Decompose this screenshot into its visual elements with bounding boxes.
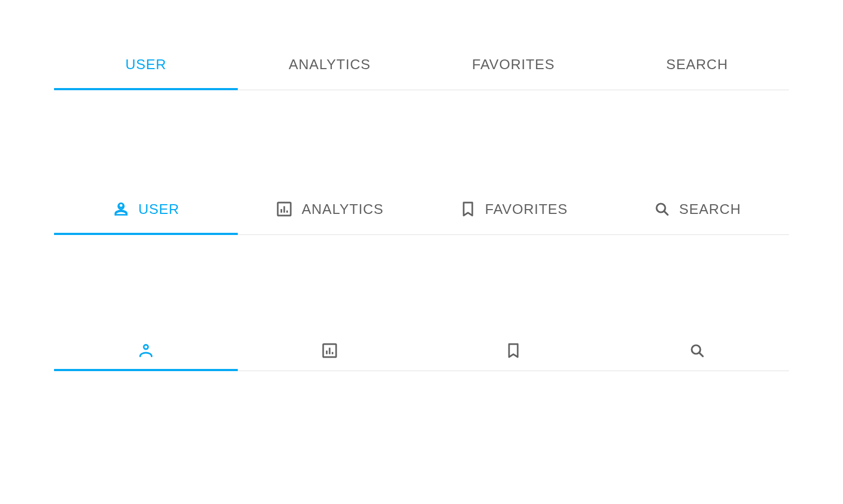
svg-line-13 — [699, 353, 703, 357]
tab-analytics[interactable]: ANALYTICS — [238, 187, 422, 235]
tab-user[interactable]: USER — [54, 43, 238, 90]
search-icon — [653, 200, 671, 218]
tabs-icon-text: USER ANALYTICS FAVORITES SEARCH — [54, 187, 789, 235]
tab-label: FAVORITES — [485, 201, 568, 218]
tabs-text-only: USER ANALYTICS FAVORITES SEARCH — [54, 43, 789, 90]
tab-label: USER — [138, 201, 179, 218]
svg-line-6 — [664, 211, 668, 215]
user-icon — [137, 342, 155, 359]
tab-label: SEARCH — [666, 56, 728, 73]
chart-icon — [321, 342, 338, 359]
search-icon — [688, 342, 706, 359]
tabs-icon-only — [54, 332, 789, 371]
bookmark-icon — [459, 200, 477, 218]
chart-icon — [276, 200, 293, 218]
tab-search[interactable]: SEARCH — [605, 187, 789, 235]
tab-label: SEARCH — [679, 201, 741, 218]
tab-user[interactable] — [54, 332, 238, 371]
tab-favorites[interactable]: FAVORITES — [422, 43, 605, 90]
tab-label: USER — [125, 56, 166, 73]
bookmark-icon — [505, 342, 522, 359]
user-icon — [112, 200, 130, 218]
tab-search[interactable] — [605, 332, 789, 371]
tab-label: ANALYTICS — [289, 56, 371, 73]
tab-label: FAVORITES — [472, 56, 555, 73]
tab-analytics[interactable] — [238, 332, 422, 371]
tab-label: ANALYTICS — [302, 201, 384, 218]
tab-search[interactable]: SEARCH — [605, 43, 789, 90]
svg-point-7 — [144, 345, 148, 349]
tab-user[interactable]: USER — [54, 187, 238, 235]
tab-favorites[interactable] — [422, 332, 605, 371]
tab-favorites[interactable]: FAVORITES — [422, 187, 605, 235]
svg-point-0 — [119, 203, 123, 207]
tab-analytics[interactable]: ANALYTICS — [238, 43, 422, 90]
